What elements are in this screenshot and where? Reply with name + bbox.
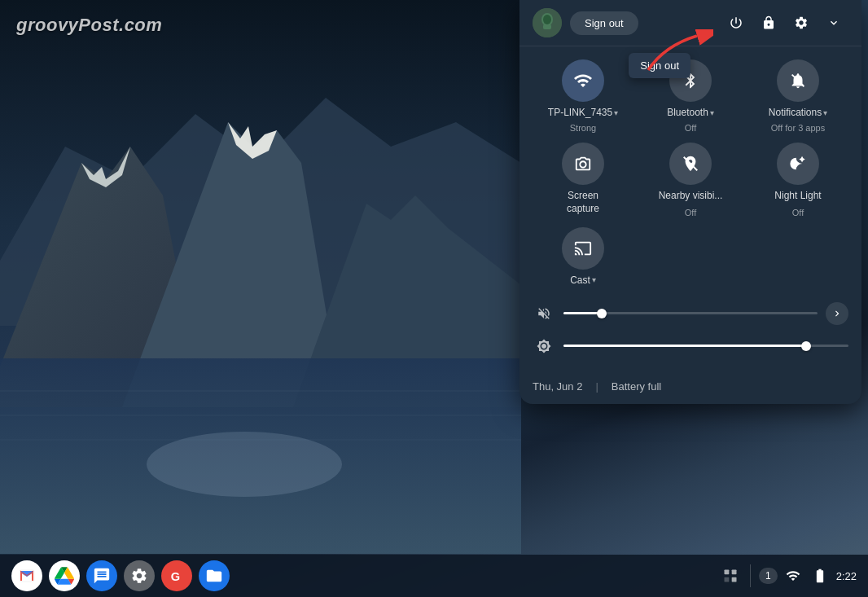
- cast-icon-circle: [562, 227, 604, 270]
- brightness-slider[interactable]: [563, 345, 848, 347]
- volume-slider[interactable]: [563, 312, 818, 314]
- notification-badge[interactable]: 1: [759, 568, 778, 584]
- volume-slider-thumb[interactable]: [597, 309, 607, 318]
- power-button[interactable]: [721, 8, 751, 37]
- chevron-down-button[interactable]: [819, 8, 848, 37]
- svg-rect-23: [725, 570, 730, 575]
- svg-text:G: G: [171, 570, 180, 583]
- nearby-tile-label: Nearby visibi...: [659, 190, 723, 203]
- svg-point-16: [581, 79, 585, 82]
- svg-rect-26: [725, 577, 730, 582]
- tray-top-left: Sign out: [533, 8, 638, 37]
- brightness-icon: [533, 335, 555, 358]
- svg-point-11: [147, 432, 342, 497]
- notifications-tile-sublabel: Off for 3 apps: [771, 123, 825, 133]
- screen-capture-icon-circle: [562, 143, 604, 185]
- taskbar-app-list: G: [11, 560, 230, 591]
- cast-tile-label: Cast ▾: [570, 274, 596, 286]
- screen-capture-tile-label: Screencapture: [567, 190, 599, 215]
- taskbar-divider: [750, 564, 751, 587]
- brightness-slider-thumb[interactable]: [801, 341, 811, 351]
- date-display: Thu, Jun 2: [533, 380, 582, 393]
- night-light-icon-circle: [777, 143, 819, 185]
- nearby-sharing-tile[interactable]: Nearby visibi... Off: [640, 143, 741, 217]
- lock-button[interactable]: [754, 8, 783, 37]
- settings-button[interactable]: [787, 8, 816, 37]
- svg-rect-25: [732, 577, 737, 582]
- red-arrow-annotation: [640, 29, 713, 78]
- quick-tiles-grid: TP-LINK_7435 ▾ Strong Bluetooth ▾ Off: [519, 46, 861, 292]
- taskbar-gmail[interactable]: [11, 560, 42, 591]
- taskbar-wifi-indicator: [783, 567, 804, 585]
- notifications-icon-circle: [777, 59, 819, 102]
- sign-out-button[interactable]: Sign out: [570, 11, 638, 35]
- time-display: 2:22: [836, 570, 857, 582]
- cast-tile[interactable]: Cast ▾: [533, 227, 633, 286]
- nearby-tile-sublabel: Off: [685, 208, 696, 217]
- taskbar-chat[interactable]: [86, 560, 117, 591]
- notifications-tile-label: Notifications ▾: [769, 107, 827, 118]
- bluetooth-tile-sublabel: Off: [685, 123, 696, 133]
- date-battery-separator: |: [595, 380, 598, 393]
- volume-slider-row: [533, 302, 848, 325]
- taskbar-grammarly[interactable]: G: [161, 560, 192, 591]
- battery-status: Battery full: [612, 380, 661, 393]
- date-battery-row: Thu, Jun 2 | Battery full: [519, 374, 861, 404]
- avatar[interactable]: [533, 8, 562, 37]
- night-light-tile-sublabel: Off: [792, 208, 804, 217]
- watermark: groovyPost.com: [16, 15, 162, 36]
- wifi-tile[interactable]: TP-LINK_7435 ▾ Strong: [533, 59, 633, 133]
- taskbar-drive[interactable]: [49, 560, 80, 591]
- night-light-tile[interactable]: Night Light Off: [747, 143, 848, 217]
- notifications-tile[interactable]: Notifications ▾ Off for 3 apps: [747, 59, 848, 133]
- svg-rect-15: [543, 24, 551, 29]
- night-light-tile-label: Night Light: [774, 190, 821, 203]
- taskbar-settings[interactable]: [124, 560, 155, 591]
- taskbar-battery-indicator: [809, 566, 831, 586]
- svg-point-14: [543, 15, 551, 24]
- volume-slider-fill: [563, 312, 602, 314]
- taskbar-files[interactable]: [199, 560, 230, 591]
- brightness-slider-row: [533, 335, 848, 358]
- taskbar: G 1: [0, 555, 868, 597]
- brightness-slider-fill: [563, 345, 806, 347]
- volume-expand-button[interactable]: [826, 302, 848, 325]
- volume-mute-icon: [533, 302, 555, 325]
- taskbar-right: 1 2:22: [719, 564, 857, 587]
- bluetooth-tile-label: Bluetooth ▾: [667, 107, 714, 118]
- wifi-tile-sublabel: Strong: [570, 123, 596, 133]
- tray-top-icons: [721, 8, 848, 37]
- wifi-icon-circle: [562, 59, 604, 102]
- svg-rect-24: [732, 570, 737, 575]
- window-switcher[interactable]: [719, 566, 742, 586]
- screen-capture-tile[interactable]: Screencapture: [533, 143, 633, 217]
- nearby-icon-circle: [669, 143, 712, 185]
- sliders-section: [519, 292, 861, 374]
- wifi-tile-label: TP-LINK_7435 ▾: [548, 107, 618, 118]
